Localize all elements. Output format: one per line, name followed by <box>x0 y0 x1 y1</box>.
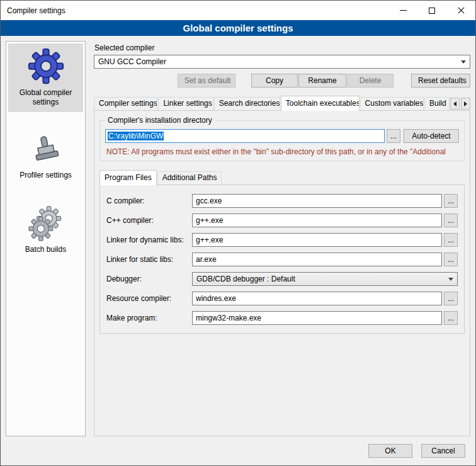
sidebar-item-global-compiler-settings[interactable]: Global compiler settings <box>8 43 83 112</box>
field-row-make-program: Make program: ... <box>106 311 458 325</box>
tab-linker-settings[interactable]: Linker settings <box>158 97 213 110</box>
resource-compiler-browse-button[interactable]: ... <box>444 292 458 305</box>
window-title: Compiler settings <box>1 1 388 20</box>
compiler-select-value: GNU GCC Compiler <box>98 57 166 66</box>
auto-detect-button[interactable]: Auto-detect <box>404 129 459 143</box>
field-row-static-linker: Linker for static libs: ... <box>106 253 458 266</box>
page-title: Global compiler settings <box>1 20 475 36</box>
c-compiler-label: C compiler: <box>106 196 192 205</box>
settings-tabbar: Compiler settings Linker settings Search… <box>94 96 470 110</box>
sidebar-item-batch-builds[interactable]: Batch builds <box>8 202 83 259</box>
chevron-down-icon <box>461 60 466 64</box>
selected-compiler-label: Selected compiler <box>94 43 470 52</box>
debugger-select-value: GDB/CDB debugger : Default <box>196 275 295 283</box>
tab-scroll-left-button[interactable] <box>450 98 460 110</box>
sidebar-item-label: Profiler settings <box>20 171 72 180</box>
make-program-browse-button[interactable]: ... <box>444 311 458 325</box>
tab-scroll-right-button[interactable] <box>461 98 470 110</box>
cpp-compiler-label: C++ compiler: <box>106 216 192 225</box>
compiler-settings-dialog: Compiler settings Global compiler settin… <box>0 0 476 466</box>
chevron-down-icon <box>448 278 453 281</box>
dynamic-linker-input[interactable] <box>192 233 442 247</box>
c-compiler-browse-button[interactable]: ... <box>444 194 458 208</box>
resource-compiler-input[interactable] <box>192 292 442 305</box>
tab-additional-paths[interactable]: Additional Paths <box>157 171 222 185</box>
gears-icon <box>28 205 64 242</box>
cpp-compiler-input[interactable] <box>192 213 442 227</box>
set-as-default-button: Set as default <box>178 74 235 88</box>
minimize-icon <box>400 10 407 11</box>
installation-directory-value: C:\raylib\MinGW <box>108 132 164 140</box>
tab-program-files[interactable]: Program Files <box>99 170 157 185</box>
arrow-right-icon <box>464 101 467 106</box>
installation-directory-browse-button[interactable]: ... <box>387 129 400 143</box>
cancel-button[interactable]: Cancel <box>421 444 465 458</box>
field-row-debugger: Debugger: GDB/CDB debugger : Default <box>106 272 458 286</box>
field-row-c-compiler: C compiler: ... <box>106 194 458 208</box>
cpp-compiler-browse-button[interactable]: ... <box>444 213 458 227</box>
minimize-button[interactable] <box>388 1 417 20</box>
reset-defaults-button[interactable]: Reset defaults <box>411 74 470 88</box>
tab-search-directories[interactable]: Search directories <box>214 97 280 110</box>
titlebar: Compiler settings <box>1 1 475 20</box>
make-program-input[interactable] <box>192 311 442 325</box>
installation-directory-group-title: Compiler's installation directory <box>105 116 215 125</box>
close-icon <box>457 6 465 14</box>
tab-scroll-buttons <box>450 98 470 110</box>
program-files-tabbar: Program Files Additional Paths <box>99 170 465 185</box>
close-button[interactable] <box>446 1 475 20</box>
field-row-resource-compiler: Resource compiler: ... <box>106 292 458 305</box>
arrow-left-icon <box>453 101 456 106</box>
sidebar-item-profiler-settings[interactable]: Profiler settings <box>8 128 83 185</box>
field-row-dynamic-linker: Linker for dynamic libs: ... <box>106 233 458 247</box>
resource-compiler-label: Resource compiler: <box>106 294 192 303</box>
bin-subdirectory-note: NOTE: All programs must exist either in … <box>106 147 459 156</box>
compiler-select[interactable]: GNU GCC Compiler <box>94 55 470 69</box>
installation-directory-input[interactable]: C:\raylib\MinGW <box>105 129 385 143</box>
make-program-label: Make program: <box>106 314 192 322</box>
tab-build-options[interactable]: Build <box>424 97 450 110</box>
settings-sidebar: Global compiler settings Profiler settin… <box>6 41 86 436</box>
sidebar-item-label: Global compiler settings <box>9 88 82 107</box>
maximize-icon <box>429 8 435 14</box>
field-row-cpp-compiler: C++ compiler: ... <box>106 213 458 227</box>
delete-button: Delete <box>347 74 394 88</box>
maximize-button[interactable] <box>417 1 446 20</box>
static-linker-input[interactable] <box>192 253 442 266</box>
dynamic-linker-browse-button[interactable]: ... <box>444 233 458 247</box>
compiler-actions: Set as default Copy Rename Delete Reset … <box>94 74 470 88</box>
ok-button[interactable]: OK <box>368 444 412 458</box>
tab-custom-variables[interactable]: Custom variables <box>360 97 424 110</box>
rename-button[interactable]: Rename <box>298 74 346 88</box>
dialog-footer: OK Cancel <box>1 436 475 465</box>
toolchain-executables-pane: Compiler's installation directory C:\ray… <box>94 110 470 436</box>
sidebar-item-label: Batch builds <box>25 245 66 254</box>
c-compiler-input[interactable] <box>192 194 442 208</box>
dynamic-linker-label: Linker for dynamic libs: <box>106 236 192 244</box>
program-files-pane: C compiler: ... C++ compiler: ... Linker… <box>99 185 465 334</box>
static-linker-label: Linker for static libs: <box>106 255 192 264</box>
static-linker-browse-button[interactable]: ... <box>444 253 458 266</box>
tab-toolchain-executables[interactable]: Toolchain executables <box>281 96 360 111</box>
tab-compiler-settings[interactable]: Compiler settings <box>94 97 157 110</box>
debugger-label: Debugger: <box>106 275 192 283</box>
copy-button[interactable]: Copy <box>251 74 298 88</box>
debugger-select[interactable]: GDB/CDB debugger : Default <box>192 272 458 286</box>
installation-directory-group: Compiler's installation directory C:\ray… <box>99 120 465 161</box>
gear-icon <box>27 47 65 85</box>
profiler-tool-icon <box>28 132 64 168</box>
